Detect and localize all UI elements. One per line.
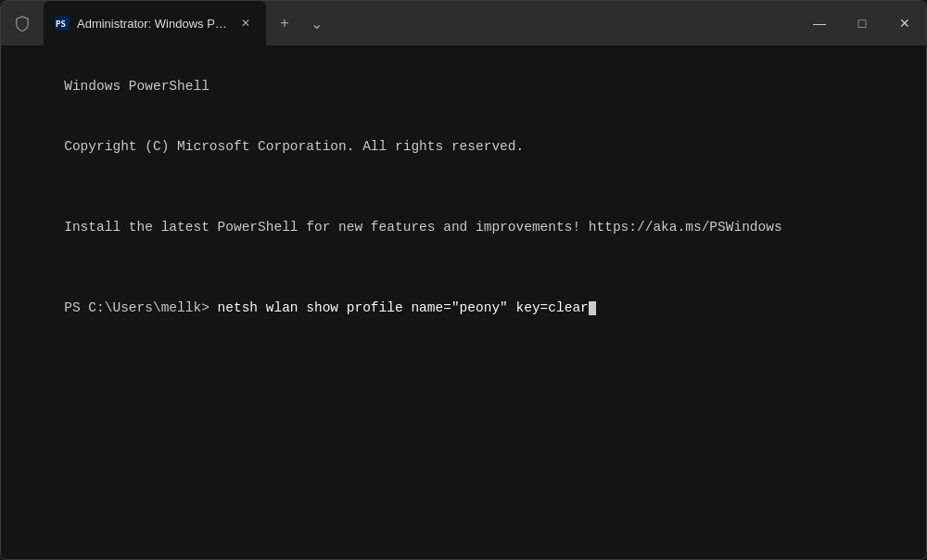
title-bar: PS Administrator: Windows Powe ✕ + ⌄ — □… <box>1 1 926 45</box>
tab-bar: PS Administrator: Windows Powe ✕ + ⌄ <box>44 1 798 45</box>
terminal-line-5 <box>16 259 911 279</box>
active-tab[interactable]: PS Administrator: Windows Powe ✕ <box>44 1 266 45</box>
svg-text:PS: PS <box>56 19 66 29</box>
tab-close-button[interactable]: ✕ <box>236 14 255 32</box>
terminal-line-4: Install the latest PowerShell for new fe… <box>16 197 911 258</box>
tab-actions: + ⌄ <box>266 1 335 45</box>
terminal-line-3 <box>16 178 911 198</box>
tab-title-text: Administrator: Windows Powe <box>77 17 229 31</box>
close-button[interactable]: ✕ <box>883 1 926 45</box>
new-tab-button[interactable]: + <box>270 8 299 38</box>
terminal-command: netsh wlan show profile name="peony" key… <box>218 300 589 315</box>
terminal-prompt: PS C:\Users\mellk> <box>64 300 217 315</box>
powershell-window: PS Administrator: Windows Powe ✕ + ⌄ — □… <box>0 0 927 560</box>
window-controls: — □ ✕ <box>798 1 926 45</box>
maximize-button[interactable]: □ <box>841 1 883 45</box>
shield-icon <box>14 15 31 32</box>
tab-dropdown-button[interactable]: ⌄ <box>301 8 331 38</box>
terminal-line-2: Copyright (C) Microsoft Corporation. All… <box>16 117 911 177</box>
terminal-line-6: PS C:\Users\mellk> netsh wlan show profi… <box>16 278 911 338</box>
terminal-cursor <box>589 301 596 315</box>
window-icon-area <box>1 15 44 32</box>
minimize-button[interactable]: — <box>798 1 841 45</box>
powershell-tab-icon: PS <box>55 16 70 31</box>
terminal-line-1: Windows PowerShell <box>16 57 911 117</box>
terminal-body[interactable]: Windows PowerShell Copyright (C) Microso… <box>1 45 926 559</box>
